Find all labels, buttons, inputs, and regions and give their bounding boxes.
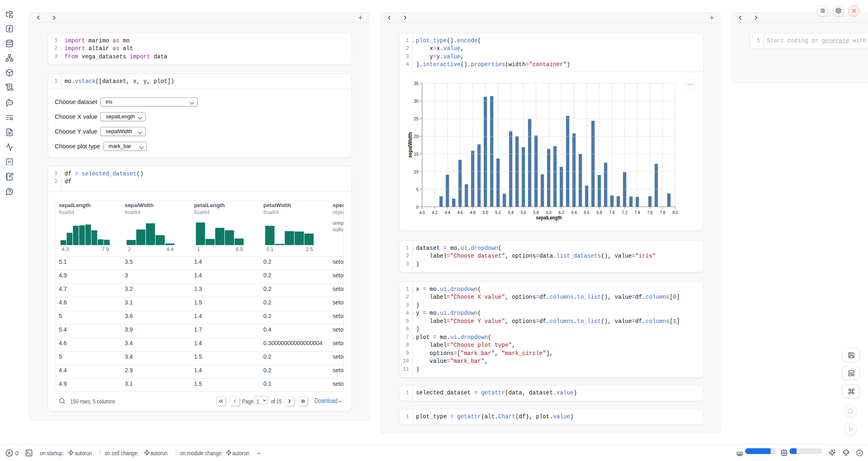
svg-text:8.0: 8.0	[672, 210, 678, 215]
svg-text:30: 30	[414, 99, 419, 104]
svg-text:10: 10	[414, 169, 419, 174]
svg-text:5.0: 5.0	[482, 210, 488, 215]
svg-text:5.2: 5.2	[495, 210, 501, 215]
svg-text:sepalWidth: sepalWidth	[407, 132, 413, 158]
svg-text:6.0: 6.0	[546, 210, 551, 215]
svg-text:6.6: 6.6	[584, 210, 589, 215]
svg-text:15: 15	[414, 152, 419, 157]
svg-text:4.0: 4.0	[419, 210, 425, 215]
svg-text:6.8: 6.8	[597, 210, 602, 215]
svg-text:0: 0	[416, 205, 419, 210]
svg-text:sepalLength: sepalLength	[536, 215, 562, 221]
svg-text:7.8: 7.8	[660, 210, 665, 215]
svg-text:4.8: 4.8	[470, 210, 476, 215]
svg-text:7.0: 7.0	[609, 210, 614, 215]
svg-text:5.8: 5.8	[533, 210, 539, 215]
svg-text:4.6: 4.6	[457, 210, 463, 215]
svg-text:35: 35	[414, 81, 419, 86]
svg-text:20: 20	[414, 134, 419, 139]
svg-text:6.2: 6.2	[559, 210, 564, 215]
svg-text:25: 25	[414, 116, 419, 121]
svg-text:7.4: 7.4	[635, 210, 640, 215]
svg-text:5: 5	[416, 187, 419, 192]
svg-text:4.2: 4.2	[432, 210, 437, 215]
svg-text:6.4: 6.4	[571, 210, 577, 215]
svg-text:5.4: 5.4	[508, 210, 514, 215]
svg-text:7.6: 7.6	[647, 210, 653, 215]
svg-text:5.6: 5.6	[521, 210, 526, 215]
svg-text:7.2: 7.2	[622, 210, 627, 215]
svg-text:4.4: 4.4	[445, 210, 450, 215]
